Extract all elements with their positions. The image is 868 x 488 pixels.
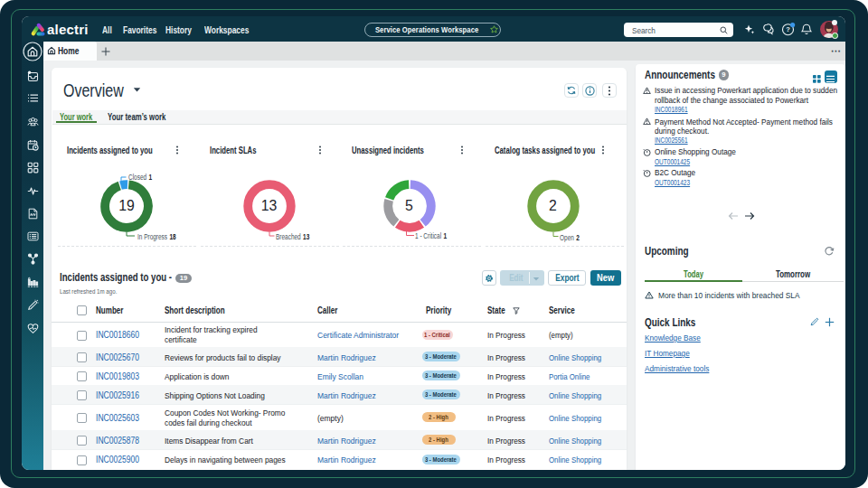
svg-text:?: ? [786,25,790,33]
